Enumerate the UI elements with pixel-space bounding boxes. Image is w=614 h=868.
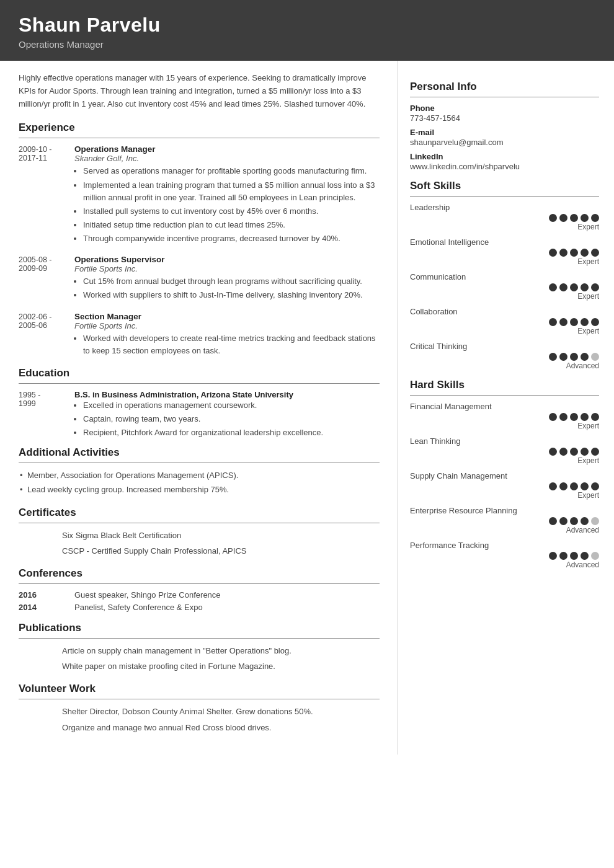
conference-entry: 2014 Panelist, Safety Conference & Expo (19, 603, 380, 612)
email-label: E-mail (410, 128, 599, 137)
main-column: Highly effective operations manager with… (0, 61, 397, 755)
certificate-item: Six Sigma Black Belt Certification (62, 529, 380, 542)
skill-dot (549, 249, 557, 257)
exp-bullet: Implemented a lean training program that… (83, 179, 380, 204)
exp-title: Section Manager (74, 312, 380, 321)
skill-level: Advanced (410, 526, 599, 534)
volunteer-list: Shelter Director, Dobson County Animal S… (19, 706, 380, 733)
skill-row: Performance Tracking Advanced (410, 541, 599, 569)
skill-dot (559, 318, 567, 326)
edu-content: B.S. in Business Administration, Arizona… (74, 390, 380, 440)
conf-desc: Panelist, Safety Conference & Expo (74, 603, 203, 612)
additional-item: Member, Association for Operations Manag… (19, 469, 380, 482)
exp-title: Operations Supervisor (74, 255, 380, 264)
conferences-section-title: Conferences (19, 567, 380, 580)
skill-level: Expert (410, 491, 599, 500)
skill-level: Expert (410, 257, 599, 266)
volunteer-section-title: Volunteer Work (19, 683, 380, 695)
volunteer-item: Shelter Director, Dobson County Animal S… (62, 706, 380, 718)
skill-dot (559, 448, 567, 456)
personal-info-title: Personal Info (410, 81, 599, 93)
skill-level: Advanced (410, 361, 599, 370)
skill-level: Advanced (410, 560, 599, 569)
exp-company: Fortile Sports Inc. (74, 264, 380, 273)
exp-content: Operations Supervisor Fortile Sports Inc… (74, 255, 380, 303)
skill-dot (591, 249, 599, 257)
skill-dot (591, 448, 599, 456)
skill-name: Leadership (410, 203, 599, 212)
skill-dot (591, 283, 599, 291)
skill-dots (410, 249, 599, 257)
edu-bullet: Captain, rowing team, two years. (83, 413, 380, 425)
phone-label: Phone (410, 104, 599, 113)
exp-bullet: Installed pull systems to cut inventory … (83, 205, 380, 218)
skill-dots (410, 283, 599, 291)
skill-row: Leadership Expert (410, 203, 599, 231)
publication-item: Article on supply chain management in "B… (62, 645, 380, 657)
skill-dot (591, 517, 599, 525)
skill-dot (581, 413, 589, 421)
edu-bullet: Recipient, Pitchfork Award for organizat… (83, 427, 380, 439)
skill-dot (570, 214, 578, 222)
publications-divider (19, 638, 380, 639)
skill-level: Expert (410, 456, 599, 465)
phone-value: 773-457-1564 (410, 113, 599, 123)
exp-content: Operations Manager Skander Golf, Inc. Se… (74, 144, 380, 246)
experience-entry: 2009-10 -2017-11 Operations Manager Skan… (19, 144, 380, 246)
skill-dot (549, 353, 557, 361)
skill-dot (570, 482, 578, 490)
certificate-item: CSCP - Certified Supply Chain Profession… (62, 545, 380, 557)
skill-dot (591, 353, 599, 361)
experience-section-title: Experience (19, 122, 380, 134)
skill-dot (591, 318, 599, 326)
skill-dots (410, 552, 599, 560)
certificates-list: Six Sigma Black Belt CertificationCSCP -… (19, 529, 380, 557)
hard-skills-title: Hard Skills (410, 379, 599, 391)
skill-row: Emotional Intelligence Expert (410, 237, 599, 266)
skill-row: Communication Expert (410, 272, 599, 301)
soft-skills-title: Soft Skills (410, 180, 599, 192)
skill-dot (549, 482, 557, 490)
exp-date: 2009-10 -2017-11 (19, 144, 74, 246)
education-divider (19, 383, 380, 384)
summary-text: Highly effective operations manager with… (19, 72, 380, 110)
skill-dot (570, 448, 578, 456)
skill-name: Enterprise Resource Planning (410, 506, 599, 515)
skill-dots (410, 214, 599, 222)
volunteer-item: Organize and manage two annual Red Cross… (62, 722, 380, 734)
skill-dot (559, 552, 567, 560)
exp-date: 2002-06 -2005-06 (19, 312, 74, 358)
edu-bullet: Excelled in operations management course… (83, 399, 380, 412)
skill-dots (410, 482, 599, 490)
experience-entry: 2005-08 -2009-09 Operations Supervisor F… (19, 255, 380, 303)
skill-dot (570, 353, 578, 361)
conference-entry: 2016 Guest speaker, Shingo Prize Confere… (19, 590, 380, 600)
skill-dots (410, 413, 599, 421)
hard-skills-list: Financial Management Expert Lean Thinkin… (410, 402, 599, 569)
sidebar: Personal Info Phone 773-457-1564 E-mail … (397, 61, 614, 755)
exp-content: Section Manager Fortile Sports Inc. Work… (74, 312, 380, 358)
skill-dot (570, 552, 578, 560)
education-list: 1995 -1999 B.S. in Business Administrati… (19, 390, 380, 440)
soft-skills-divider (410, 196, 599, 197)
skill-dot (581, 318, 589, 326)
edu-date: 1995 -1999 (19, 390, 74, 440)
publications-list: Article on supply chain management in "B… (19, 645, 380, 673)
exp-bullets: Worked with developers to create real-ti… (74, 332, 380, 357)
experience-divider (19, 138, 380, 138)
skill-row: Critical Thinking Advanced (410, 342, 599, 370)
skill-dot (549, 318, 557, 326)
skill-dots (410, 318, 599, 326)
skill-row: Enterprise Resource Planning Advanced (410, 506, 599, 534)
skill-dot (581, 482, 589, 490)
skill-dot (549, 413, 557, 421)
additional-item: Lead weekly cycling group. Increased mem… (19, 484, 380, 497)
skill-dot (559, 517, 567, 525)
exp-bullets: Served as operations manager for profita… (74, 165, 380, 245)
publication-item: White paper on mistake proofing cited in… (62, 660, 380, 673)
additional-divider (19, 463, 380, 463)
skill-dot (549, 448, 557, 456)
soft-skills-list: Leadership Expert Emotional Intelligence… (410, 203, 599, 370)
skill-name: Collaboration (410, 307, 599, 316)
skill-dot (591, 552, 599, 560)
